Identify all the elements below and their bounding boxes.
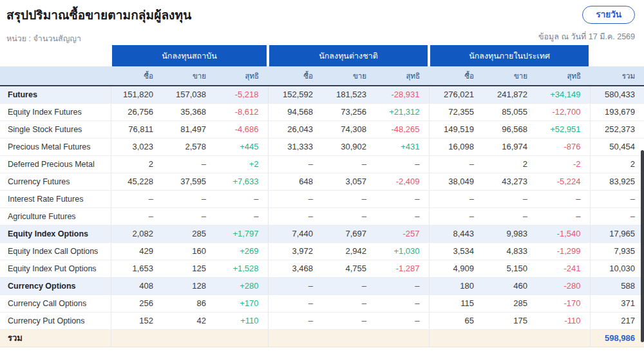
table-cell: – bbox=[429, 190, 483, 207]
subheader-buy: ซื้อ bbox=[429, 66, 483, 86]
table-cell: – bbox=[268, 155, 322, 173]
table-cell: 152 bbox=[111, 312, 162, 329]
subheader-sell: ขาย bbox=[322, 66, 375, 86]
table-cell: 217 bbox=[590, 312, 644, 329]
table-cell: 96,568 bbox=[483, 121, 536, 138]
total-row-empty-cell bbox=[375, 329, 429, 347]
table-cell: 3,023 bbox=[111, 138, 162, 155]
investor-summary-table: นักลงทุนสถาบันนักลงทุนต่างชาตินักลงทุนภา… bbox=[0, 45, 644, 347]
table-cell: – bbox=[322, 155, 375, 173]
table-cell: 16,974 bbox=[483, 138, 536, 155]
total-row-empty-cell bbox=[536, 329, 590, 347]
row-label: Currency Futures bbox=[0, 173, 111, 190]
table-cell: 42 bbox=[162, 312, 215, 329]
table-row: Futures151,820157,038-5,218152,592181,52… bbox=[0, 86, 644, 103]
subheader-sell: ขาย bbox=[483, 66, 536, 86]
table-cell: 193,679 bbox=[590, 103, 644, 121]
table-cell: 241,872 bbox=[483, 86, 536, 103]
table-cell: 7,440 bbox=[268, 225, 322, 242]
subheader-buy: ซื้อ bbox=[111, 66, 162, 86]
table-cell: 408 bbox=[111, 277, 162, 294]
row-label: Futures bbox=[0, 86, 111, 103]
table-cell: 72,355 bbox=[429, 103, 483, 121]
table-cell: 256 bbox=[111, 294, 162, 312]
table-cell: – bbox=[322, 294, 375, 312]
table-cell: 429 bbox=[111, 242, 162, 260]
table-row: Currency Put Options15242+110–––65175-11… bbox=[0, 312, 644, 329]
table-cell: 3,972 bbox=[268, 242, 322, 260]
page-title: สรุปปริมาณซื้อขายตามกลุ่มผู้ลงทุน bbox=[6, 5, 636, 24]
table-cell: 65 bbox=[429, 312, 483, 329]
table-cell: – bbox=[375, 312, 429, 329]
table-row: Agriculture Futures–––––––––– bbox=[0, 207, 644, 225]
page: สรุปปริมาณซื้อขายตามกลุ่มผู้ลงทุน หน่วย … bbox=[0, 0, 644, 357]
table-cell: -1,287 bbox=[375, 260, 429, 277]
table-cell: +1,030 bbox=[375, 242, 429, 260]
table-cell: 26,043 bbox=[268, 121, 322, 138]
row-label: Equity Index Options bbox=[0, 225, 111, 242]
table-cell: – bbox=[375, 190, 429, 207]
row-label: Agriculture Futures bbox=[0, 207, 111, 225]
data-table: นักลงทุนสถาบันนักลงทุนต่างชาตินักลงทุนภา… bbox=[0, 45, 644, 347]
table-row: Equity Index Futures26,75635,368-8,61294… bbox=[0, 103, 644, 121]
row-label: Currency Put Options bbox=[0, 312, 111, 329]
table-cell: 9,983 bbox=[483, 225, 536, 242]
table-cell: – bbox=[483, 207, 536, 225]
grand-total-value: 598,986 bbox=[590, 329, 644, 347]
table-cell: 2 bbox=[111, 155, 162, 173]
table-cell: -5,224 bbox=[536, 173, 590, 190]
table-cell: 371 bbox=[590, 294, 644, 312]
table-cell: – bbox=[162, 207, 215, 225]
total-row-empty-cell bbox=[322, 329, 375, 347]
table-cell: -280 bbox=[536, 277, 590, 294]
group-header-cell: นักลงทุนภายในประเทศ bbox=[429, 45, 590, 66]
table-cell: 8,443 bbox=[429, 225, 483, 242]
table-row: Interest Rate Futures–––––––––– bbox=[0, 190, 644, 207]
table-cell: 588 bbox=[590, 277, 644, 294]
table-row: Equity Index Put Options1,653125+1,5283,… bbox=[0, 260, 644, 277]
table-cell: 128 bbox=[162, 277, 215, 294]
table-cell: – bbox=[375, 207, 429, 225]
table-cell: – bbox=[111, 207, 162, 225]
table-cell: 94,568 bbox=[268, 103, 322, 121]
total-row-empty-cell bbox=[111, 329, 162, 347]
table-cell: 2 bbox=[590, 155, 644, 173]
row-label: Currency Call Options bbox=[0, 294, 111, 312]
table-cell: 648 bbox=[268, 173, 322, 190]
total-row-empty-cell bbox=[268, 329, 322, 347]
subheader-row: ซื้อขายสุทธิซื้อขายสุทธิซื้อขายสุทธิรวม bbox=[0, 66, 644, 86]
as-of-date: ข้อมูล ณ วันที่ 17 มี.ค. 2569 bbox=[538, 30, 635, 43]
table-cell: 580,433 bbox=[590, 86, 644, 103]
table-cell: – bbox=[215, 207, 268, 225]
table-row: Currency Futures45,22837,595+7,6336483,0… bbox=[0, 173, 644, 190]
daily-view-button[interactable]: รายวัน bbox=[582, 6, 635, 24]
table-cell: 175 bbox=[483, 312, 536, 329]
table-cell: 86 bbox=[162, 294, 215, 312]
table-cell: – bbox=[268, 277, 322, 294]
table-row: Equity Index Options2,082285+1,7977,4407… bbox=[0, 225, 644, 242]
table-cell: 35,368 bbox=[162, 103, 215, 121]
table-cell: 285 bbox=[162, 225, 215, 242]
table-cell: -241 bbox=[536, 260, 590, 277]
total-row-empty-cell bbox=[162, 329, 215, 347]
table-cell: – bbox=[375, 155, 429, 173]
table-cell: -110 bbox=[536, 312, 590, 329]
table-cell: +445 bbox=[215, 138, 268, 155]
row-label: Equity Index Put Options bbox=[0, 260, 111, 277]
scrollbar-thumb[interactable] bbox=[641, 150, 644, 342]
table-cell: +110 bbox=[215, 312, 268, 329]
table-cell: – bbox=[375, 277, 429, 294]
table-cell: 3,468 bbox=[268, 260, 322, 277]
table-cell: 181,523 bbox=[322, 86, 375, 103]
table-cell: -1,299 bbox=[536, 242, 590, 260]
table-cell: – bbox=[268, 190, 322, 207]
group-header-cell: นักลงทุนสถาบัน bbox=[111, 45, 268, 66]
table-cell: 4,909 bbox=[429, 260, 483, 277]
table-cell: – bbox=[483, 190, 536, 207]
table-cell: +21,312 bbox=[375, 103, 429, 121]
table-cell: 125 bbox=[162, 260, 215, 277]
investor-group-header-foreign: นักลงทุนต่างชาติ bbox=[269, 45, 428, 66]
table-cell: 83,925 bbox=[590, 173, 644, 190]
table-cell: – bbox=[111, 190, 162, 207]
page-header: สรุปปริมาณซื้อขายตามกลุ่มผู้ลงทุน หน่วย … bbox=[0, 0, 644, 43]
